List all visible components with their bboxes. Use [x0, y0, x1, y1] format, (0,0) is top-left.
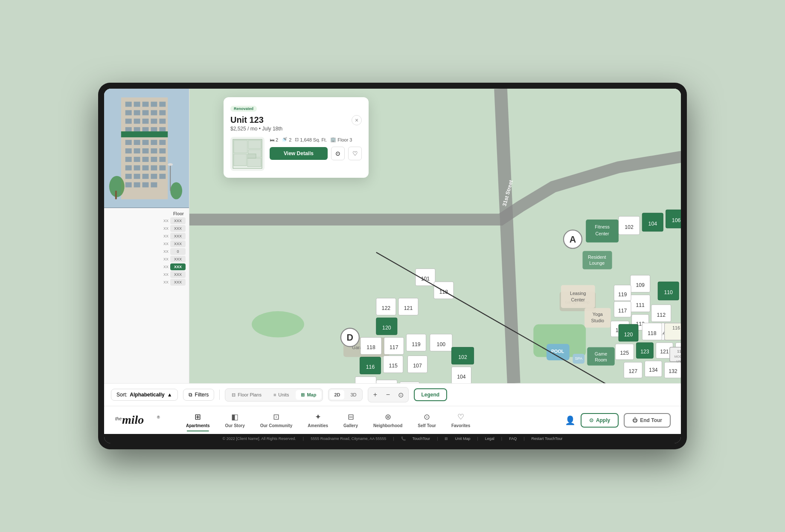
svg-text:109: 109	[636, 282, 645, 288]
zoom-out-button[interactable]: −	[382, 389, 394, 401]
user-account-button[interactable]: 👤	[565, 415, 576, 425]
svg-text:D: D	[347, 332, 354, 343]
svg-text:121: 121	[660, 349, 669, 355]
floor-item[interactable]: XX XXX	[104, 278, 189, 286]
svg-text:the: the	[115, 416, 122, 421]
filter-icon: ⧉	[189, 392, 192, 398]
svg-rect-8	[134, 110, 140, 115]
svg-rect-48	[125, 182, 132, 188]
toolbar-divider	[219, 390, 220, 400]
view-3d-button[interactable]: 3D	[346, 390, 361, 399]
nav-item-apartments[interactable]: ⊞ Apartments	[179, 410, 217, 431]
popup-specs: 🛏 2 🚿 2 ⊡ 1,648 Sq. Ft.	[270, 137, 362, 142]
our-community-icon: ⊡	[273, 412, 279, 422]
svg-rect-32	[159, 148, 166, 153]
tab-units[interactable]: ≡ Units	[268, 390, 294, 400]
svg-text:106: 106	[672, 217, 681, 223]
map-icon-footer: ⊞	[445, 437, 448, 441]
apply-button[interactable]: ⊙ Apply	[581, 413, 619, 428]
svg-text:SPA: SPA	[575, 356, 583, 361]
svg-text:119: 119	[618, 292, 627, 298]
svg-rect-4	[142, 102, 149, 107]
nav-item-favorites[interactable]: ♡ Favorites	[445, 410, 477, 431]
svg-rect-37	[159, 157, 166, 162]
svg-text:Center: Center	[571, 297, 585, 302]
legend-button[interactable]: Legend	[414, 388, 448, 401]
svg-rect-6	[159, 102, 166, 107]
svg-rect-27	[159, 140, 166, 145]
svg-rect-22	[121, 131, 168, 137]
favorite-button[interactable]: ♡	[348, 147, 362, 160]
sort-value: Alphabetically	[130, 392, 164, 398]
nav-item-gallery[interactable]: ⊟ Gallery	[337, 410, 365, 431]
floor-item[interactable]: XX XXX	[104, 271, 189, 278]
share-button[interactable]: ⊙	[331, 147, 345, 160]
svg-rect-236	[248, 140, 261, 149]
view-tabs: ⊟ Floor Plans ≡ Units ⊞ Map	[225, 388, 323, 402]
floor-header: Floor	[104, 210, 189, 217]
location-button[interactable]: ⊙	[395, 389, 407, 401]
nav-item-our-story[interactable]: ◧ Our Story	[218, 410, 252, 431]
svg-text:134: 134	[649, 367, 658, 373]
tab-floor-plans[interactable]: ⊟ Floor Plans	[227, 390, 267, 400]
svg-rect-75	[561, 285, 595, 308]
unit-map-link[interactable]: Unit Map	[455, 437, 470, 441]
svg-text:116: 116	[672, 325, 680, 330]
restart-link[interactable]: Restart TouchTour	[532, 437, 563, 441]
svg-rect-44	[134, 174, 140, 179]
popup-floorplan	[230, 137, 265, 171]
popup-actions: View Details ⊙ ♡	[270, 147, 362, 160]
floor-item[interactable]: XX XXX	[104, 240, 189, 248]
svg-rect-12	[125, 119, 132, 124]
zoom-in-button[interactable]: +	[369, 389, 381, 401]
svg-rect-2	[125, 102, 132, 107]
svg-rect-54	[115, 191, 117, 200]
svg-text:104: 104	[648, 221, 657, 227]
nav-logo: the milo ®	[114, 411, 166, 430]
svg-text:milo: milo	[122, 413, 144, 426]
sort-control[interactable]: Sort: Alphabetically ▲	[111, 389, 178, 401]
sort-direction-icon: ▲	[167, 392, 172, 398]
legal-link[interactable]: Legal	[485, 437, 494, 441]
view-details-button[interactable]: View Details	[270, 147, 328, 160]
nav-item-our-community[interactable]: ⊡ Our Community	[253, 410, 299, 431]
floor-item[interactable]: XX 0	[104, 248, 189, 255]
floor-item[interactable]: XX XXX	[104, 217, 189, 225]
floor-item[interactable]: XX XXX	[104, 225, 189, 232]
svg-text:Resident: Resident	[588, 254, 606, 260]
tab-map[interactable]: ⊞ Map	[296, 390, 321, 400]
view-2d-button[interactable]: 2D	[330, 390, 344, 399]
svg-rect-31	[151, 148, 157, 153]
svg-text:100: 100	[437, 341, 446, 347]
apply-icon: ⊙	[589, 417, 593, 423]
end-tour-button[interactable]: ⏻ End Tour	[624, 413, 671, 428]
svg-rect-7	[125, 110, 132, 115]
nav-item-neighborhood[interactable]: ⊛ Neighborhood	[366, 410, 409, 431]
copyright-text: © 2022 [Client Name]. All Rights Reserve…	[223, 437, 296, 441]
map-area[interactable]: 31st Street POOL SPA Garage Ramp Garage	[189, 89, 681, 383]
map-view-controls: 2D 3D	[328, 388, 362, 401]
popup-close-button[interactable]: ×	[352, 115, 362, 125]
touch-tour-link[interactable]: TouchTour	[413, 437, 430, 441]
svg-text:A: A	[570, 234, 576, 245]
svg-text:UNIT: UNIT	[676, 359, 681, 363]
svg-rect-218	[376, 380, 397, 383]
svg-text:MODEL: MODEL	[675, 355, 681, 359]
svg-rect-23	[125, 140, 132, 145]
nav-item-self-tour[interactable]: ⊙ Self Tour	[411, 410, 443, 431]
floor-item[interactable]: XX XXX	[104, 232, 189, 240]
svg-rect-24	[134, 140, 140, 145]
svg-rect-39	[134, 165, 140, 171]
svg-text:120: 120	[382, 325, 391, 331]
filter-button[interactable]: ⧉ Filters	[183, 389, 215, 401]
svg-rect-40	[142, 165, 149, 171]
faq-link[interactable]: FAQ	[509, 437, 517, 441]
building-image	[104, 89, 189, 208]
floor-item[interactable]: XX XXX	[104, 255, 189, 263]
floor-item-active[interactable]: XX XXX	[104, 263, 189, 271]
svg-rect-14	[142, 119, 149, 124]
svg-rect-29	[134, 148, 140, 153]
svg-rect-34	[134, 157, 140, 162]
device-frame: Floor XX XXX XX XXX XX XXX X	[98, 83, 687, 449]
nav-item-amenities[interactable]: ✦ Amenities	[301, 410, 335, 431]
